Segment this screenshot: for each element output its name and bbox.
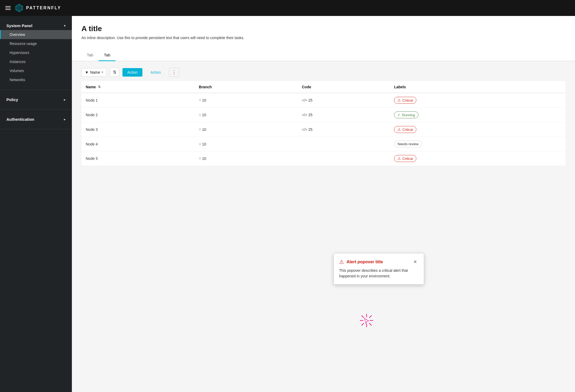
tab-2[interactable]: Tab [98, 49, 116, 61]
cell-name: Node 3 [81, 122, 195, 137]
popover-title-area: ⚠ Alert popover title [339, 259, 383, 265]
cell-branch: ⑂10 [195, 137, 298, 151]
badge-critical[interactable]: ⚠Critical [394, 155, 416, 162]
policy-header[interactable]: Policy ▸ [0, 95, 72, 104]
popover-header: ⚠ Alert popover title ✕ [339, 259, 418, 265]
cell-code: </>25 [298, 122, 390, 137]
svg-line-9 [362, 315, 364, 318]
branch-icon: ⑂ [199, 156, 201, 161]
table-row: Node 3⑂10</>25⚠Critical [81, 122, 565, 137]
popover-close-button[interactable]: ✕ [412, 259, 418, 265]
table-row: Node 5⑂10⚠Critical [81, 151, 565, 166]
cell-code [298, 151, 390, 166]
cell-label[interactable]: ⚠Critical [390, 122, 565, 137]
brand-logo-icon [15, 4, 23, 12]
cell-branch: ⑂10 [195, 108, 298, 122]
cell-name: Node 5 [81, 151, 195, 166]
sidebar-item-resource-usage[interactable]: Resource usage [0, 39, 72, 48]
col-header-labels: Labels [390, 81, 565, 93]
col-header-branch: Branch [195, 81, 298, 93]
policy-chevron-icon: ▸ [64, 98, 65, 102]
authentication-chevron-icon: ▸ [64, 118, 65, 121]
badge-label: Critical [402, 128, 413, 132]
badge-label: Running [402, 113, 415, 117]
sidebar-item-volumes[interactable]: Volumes [0, 66, 72, 75]
badge-critical[interactable]: ⚠Critical [394, 126, 416, 133]
sidebar-item-instances[interactable]: Instances [0, 57, 72, 66]
filter-button[interactable]: ▼ Name ▾ [81, 68, 107, 77]
svg-marker-13 [364, 318, 369, 324]
brand: PATTERNFLY [15, 4, 61, 12]
page-header: A title An inline description. Use this … [72, 16, 575, 49]
col-header-name: Name ⇅ [81, 81, 195, 93]
sidebar-item-hypervisors[interactable]: Hypervisors [0, 48, 72, 57]
data-table: Name ⇅ Branch Code Labels [81, 81, 565, 166]
table-row: Node 1⑂10</>25⚠Critical [81, 93, 565, 108]
branch-icon: ⑂ [199, 113, 201, 117]
alert-popover: ⚠ Alert popover title ✕ This popover des… [334, 253, 424, 285]
cell-label[interactable]: Needs review [390, 137, 565, 151]
cell-code: </>25 [298, 108, 390, 122]
action-primary-button[interactable]: Action [122, 68, 142, 77]
system-panel-header[interactable]: System Panel ▾ [0, 21, 72, 30]
table-header-row: Name ⇅ Branch Code Labels [81, 81, 565, 93]
branch-icon: ⑂ [199, 98, 201, 102]
cell-label[interactable]: ⚠Critical [390, 93, 565, 108]
critical-icon: ⚠ [397, 156, 401, 161]
kebab-icon: ⋮ [172, 70, 176, 75]
branch-icon: ⑂ [199, 127, 201, 132]
cell-name: Node 4 [81, 137, 195, 151]
main-content: A title An inline description. Use this … [72, 16, 575, 392]
filter-chevron-icon: ▾ [102, 70, 103, 74]
cell-code [298, 137, 390, 151]
cell-label[interactable]: ⚠Critical [390, 151, 565, 166]
cell-branch: ⑂10 [195, 122, 298, 137]
sidebar-item-overview[interactable]: Overview [0, 30, 72, 39]
cell-name: Node 1 [81, 93, 195, 108]
critical-icon: ⚠ [397, 98, 401, 102]
popover-title: Alert popover title [347, 260, 383, 264]
cursor-indicator [359, 312, 375, 329]
badge-running[interactable]: ✓Running [394, 111, 418, 118]
page-description: An inline description. Use this to provi… [81, 36, 321, 40]
table-area: ▼ Name ▾ ⇅ Action Action ⋮ [72, 61, 575, 392]
cell-branch: ⑂10 [195, 151, 298, 166]
running-icon: ✓ [397, 113, 401, 117]
cell-label[interactable]: ✓Running [390, 108, 565, 122]
brand-name-label: PATTERNFLY [26, 6, 61, 10]
filter-icon: ▼ [85, 70, 89, 74]
kebab-menu-button[interactable]: ⋮ [169, 68, 179, 77]
cell-code: </>25 [298, 93, 390, 108]
code-icon: </> [302, 98, 307, 102]
tabs-container: Tab Tab [72, 49, 575, 61]
action-link-button[interactable]: Action [146, 68, 166, 77]
table-row: Node 2⑂10</>25✓Running [81, 108, 565, 122]
badge-label: Critical [402, 157, 413, 161]
badge-review[interactable]: Needs review [394, 141, 422, 147]
authentication-header[interactable]: Authentication ▸ [0, 115, 72, 124]
tab-1[interactable]: Tab [81, 49, 98, 61]
top-nav: PATTERNFLY [0, 0, 575, 16]
sidebar: System Panel ▾ Overview Resource usage H… [0, 16, 72, 392]
sort-icon: ⇅ [113, 70, 116, 74]
code-icon: </> [302, 113, 307, 117]
popover-alert-icon: ⚠ [339, 259, 344, 265]
svg-line-11 [369, 315, 372, 318]
table-row: Node 4⑂10Needs review [81, 137, 565, 151]
critical-icon: ⚠ [397, 127, 401, 132]
branch-icon: ⑂ [199, 142, 201, 146]
badge-label: Needs review [397, 142, 418, 146]
sort-button[interactable]: ⇅ [110, 68, 119, 77]
page-title: A title [81, 24, 565, 33]
system-panel-chevron-icon: ▾ [64, 24, 65, 28]
svg-line-10 [369, 323, 372, 326]
badge-critical[interactable]: ⚠Critical [394, 97, 416, 104]
toolbar: ▼ Name ▾ ⇅ Action Action ⋮ [81, 68, 565, 77]
popover-body: This popover describes a critical alert … [339, 268, 418, 279]
svg-line-12 [362, 323, 364, 326]
name-sort-icon[interactable]: ⇅ [98, 85, 101, 89]
badge-label: Critical [402, 98, 413, 102]
col-header-code: Code [298, 81, 390, 93]
hamburger-menu[interactable] [5, 6, 11, 10]
sidebar-item-networks[interactable]: Networks [0, 75, 72, 84]
